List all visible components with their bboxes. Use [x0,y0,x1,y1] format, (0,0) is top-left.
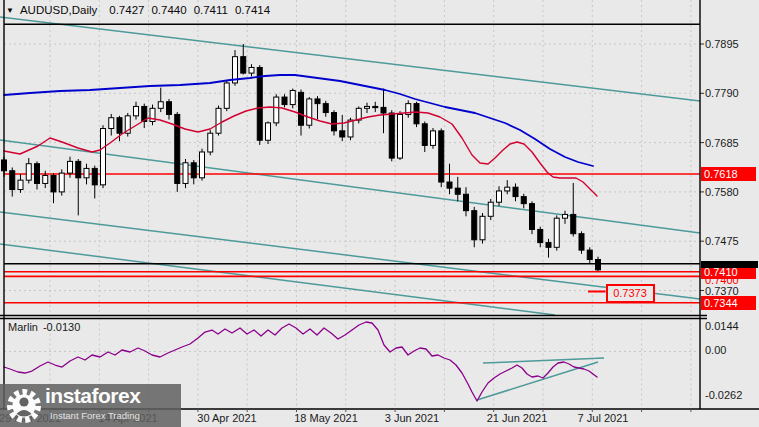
price-target-annotation[interactable]: 0.7373 [606,284,655,303]
symbol-timeframe-label: AUDUSD,Daily [20,4,97,16]
price-axis-label[interactable]: 0.7895 [705,38,739,50]
price-axis-label[interactable]: 0.7370 [705,285,739,297]
chart-canvas[interactable] [0,0,759,427]
current-price-marker [701,261,758,268]
indicator-name: Marlin [8,321,38,333]
time-axis-label[interactable]: 30 Apr 2021 [197,412,256,424]
price-axis-label[interactable]: 0.7685 [705,137,739,149]
indicator-label: Marlin-0.0130 [8,321,85,333]
indicator-axis-label[interactable]: -0.0262 [705,389,742,401]
level-badge-07618: 0.7618 [701,167,756,181]
watermark-tagline: Instant Forex Trading [50,410,140,421]
time-axis-label[interactable]: 18 May 2021 [294,412,358,424]
price-axis-label[interactable]: 0.7790 [705,87,739,99]
watermark-brand-text: instaforex [45,384,140,408]
price-axis-label[interactable]: 0.7475 [705,235,739,247]
chart-window: ▼ AUDUSD,Daily 0.7427 0.7440 0.7411 0.74… [0,0,759,427]
chart-title-bar: ▼ AUDUSD,Daily 0.7427 0.7440 0.7411 0.74… [6,4,277,16]
instaforex-gear-logo-icon [4,386,44,426]
indicator-axis-label[interactable]: 0.0144 [705,320,739,332]
symbol-dropdown-icon[interactable]: ▼ [6,6,14,15]
level-badge-07344: 0.7344 [701,296,756,310]
time-axis-label[interactable]: 21 Jun 2021 [487,412,548,424]
high-value: 0.7440 [151,4,186,16]
time-axis-label[interactable]: 7 Jul 2021 [578,412,629,424]
indicator-value: -0.0130 [43,321,80,333]
low-value: 0.7411 [194,4,228,16]
close-value: 0.7414 [235,4,270,16]
price-axis-label[interactable]: 0.7580 [705,186,739,198]
indicator-axis-label[interactable]: 0.00 [705,344,726,356]
open-value: 0.7427 [109,4,144,16]
time-axis-label[interactable]: 3 Jun 2021 [385,412,439,424]
instaforex-watermark: instaforex Instant Forex Trading [0,384,181,427]
